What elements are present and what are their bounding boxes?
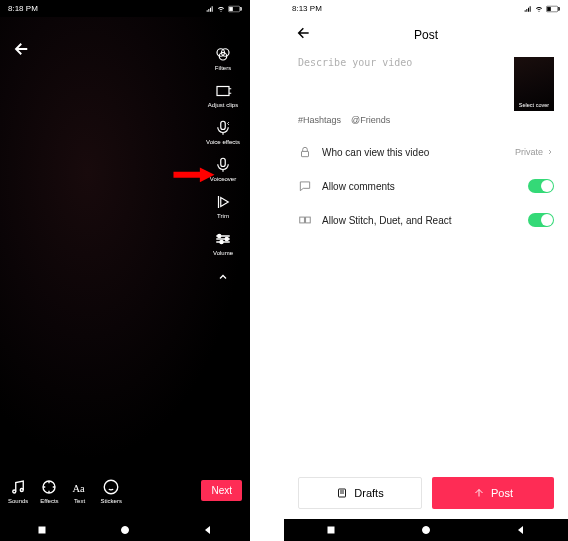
stickers-icon <box>102 478 120 496</box>
svg-point-12 <box>13 490 16 493</box>
stickers-tool[interactable]: Stickers <box>101 478 122 504</box>
svg-rect-1 <box>241 7 242 10</box>
battery-icon <box>228 5 242 13</box>
sounds-tool[interactable]: Sounds <box>8 478 28 504</box>
wifi-icon <box>217 5 225 13</box>
nav-home-icon[interactable] <box>420 524 432 536</box>
stitch-icon <box>298 213 312 227</box>
post-button[interactable]: Post <box>432 477 554 509</box>
allow-comments-toggle[interactable] <box>528 179 554 193</box>
trim-icon <box>214 193 232 211</box>
adjust-clips-label: Adjust clips <box>208 102 238 109</box>
status-bar: 8:13 PM <box>284 0 568 17</box>
wifi-icon <box>535 5 543 13</box>
status-time: 8:13 PM <box>292 4 322 13</box>
friends-button[interactable]: @Friends <box>351 115 390 125</box>
filters-tool[interactable]: Filters <box>214 45 232 72</box>
comment-icon <box>298 179 312 193</box>
post-label: Post <box>491 487 513 499</box>
bottom-buttons: Drafts Post <box>284 477 568 519</box>
collapse-tools[interactable] <box>217 269 229 287</box>
effects-icon <box>40 478 58 496</box>
nav-recents-icon[interactable] <box>325 524 337 536</box>
next-button[interactable]: Next <box>201 480 242 501</box>
allow-comments-label: Allow comments <box>322 181 518 192</box>
nav-back-icon[interactable] <box>515 524 527 536</box>
sounds-icon <box>9 478 27 496</box>
post-icon <box>473 487 485 499</box>
voice-effects-label: Voice effects <box>206 139 240 146</box>
allow-stitch-row: Allow Stitch, Duet, and React <box>298 203 554 237</box>
header: Post <box>284 17 568 53</box>
editor-screen: 8:18 PM Filters Adjust clips Voice effec… <box>0 0 250 541</box>
svg-rect-7 <box>221 121 226 129</box>
drafts-icon <box>336 487 348 499</box>
drafts-label: Drafts <box>354 487 383 499</box>
allow-stitch-label: Allow Stitch, Duet, and React <box>322 215 518 226</box>
battery-icon <box>546 5 560 13</box>
hashtags-button[interactable]: #Hashtags <box>298 115 341 125</box>
bottom-tools: Sounds Effects Aa Text Stickers Next <box>0 462 250 519</box>
red-arrow-annotation <box>172 166 216 184</box>
video-preview[interactable]: Filters Adjust clips Voice effects Voice… <box>0 17 250 462</box>
signal-icon <box>206 5 214 13</box>
page-title: Post <box>284 28 568 42</box>
android-nav <box>284 519 568 541</box>
back-button[interactable] <box>10 37 34 61</box>
nav-back-icon[interactable] <box>202 524 214 536</box>
description-row: Select cover <box>298 57 554 111</box>
drafts-button[interactable]: Drafts <box>298 477 422 509</box>
trim-label: Trim <box>217 213 229 220</box>
filters-icon <box>214 45 232 63</box>
svg-rect-22 <box>547 7 550 11</box>
voice-effects-icon <box>214 119 232 137</box>
screenshot-gap <box>250 0 284 541</box>
who-can-view-row[interactable]: Who can view this video Private <box>298 135 554 169</box>
chevron-right-icon <box>546 148 554 156</box>
volume-label: Volume <box>213 250 233 257</box>
signal-icon <box>524 5 532 13</box>
svg-rect-2 <box>229 7 232 11</box>
svg-point-16 <box>105 480 119 494</box>
svg-point-19 <box>123 529 126 532</box>
effects-label: Effects <box>40 498 58 504</box>
svg-point-10 <box>225 238 228 241</box>
voice-effects-tool[interactable]: Voice effects <box>206 119 240 146</box>
svg-rect-23 <box>302 151 309 156</box>
text-tool[interactable]: Aa Text <box>71 478 89 504</box>
who-can-view-value: Private <box>515 147 554 157</box>
sounds-label: Sounds <box>8 498 28 504</box>
svg-point-13 <box>20 488 23 491</box>
svg-rect-17 <box>38 527 45 534</box>
allow-comments-row: Allow comments <box>298 169 554 203</box>
svg-rect-24 <box>300 217 305 223</box>
back-button[interactable] <box>296 25 312 45</box>
cover-selector[interactable]: Select cover <box>514 57 554 111</box>
post-screen: 8:13 PM Post Select cover #Hashtags @Fri… <box>284 0 568 541</box>
svg-rect-25 <box>306 217 311 223</box>
nav-recents-icon[interactable] <box>36 524 48 536</box>
status-bar: 8:18 PM <box>0 0 250 17</box>
text-icon: Aa <box>71 478 89 496</box>
text-label: Text <box>74 498 85 504</box>
who-can-view-label: Who can view this video <box>322 147 505 158</box>
svg-rect-21 <box>559 7 560 10</box>
stickers-label: Stickers <box>101 498 122 504</box>
tag-row: #Hashtags @Friends <box>298 115 554 125</box>
allow-stitch-toggle[interactable] <box>528 213 554 227</box>
description-input[interactable] <box>298 57 506 105</box>
svg-rect-27 <box>328 527 335 534</box>
nav-home-icon[interactable] <box>119 524 131 536</box>
trim-tool[interactable]: Trim <box>214 193 232 220</box>
volume-tool[interactable]: Volume <box>213 230 233 257</box>
status-icons <box>206 5 242 13</box>
cover-label: Select cover <box>519 102 549 111</box>
filters-label: Filters <box>215 65 231 72</box>
status-icons <box>524 5 560 13</box>
effects-tool[interactable]: Effects <box>40 478 58 504</box>
svg-text:Aa: Aa <box>72 482 85 493</box>
adjust-clips-tool[interactable]: Adjust clips <box>208 82 238 109</box>
svg-rect-6 <box>217 87 229 96</box>
adjust-clips-icon <box>214 82 232 100</box>
arrow-left-icon <box>296 25 312 41</box>
